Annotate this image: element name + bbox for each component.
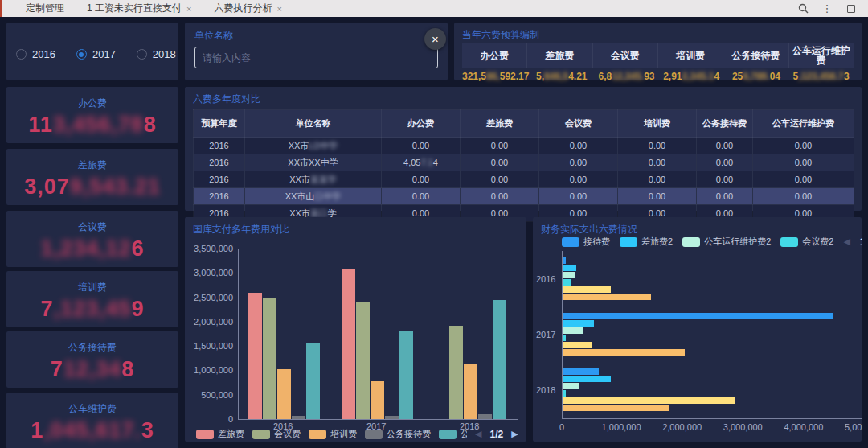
legend-swatch: [365, 430, 383, 439]
legend-item-2[interactable]: 公车运行维护费2: [682, 236, 771, 248]
metric-card-value: 7,123,459: [6, 297, 178, 322]
cell-year: 2016: [194, 138, 245, 154]
x-axis-tick: 3,000,000: [723, 422, 763, 432]
legend-label: 差旅费: [218, 428, 244, 440]
metric-card-label: 办公费: [6, 97, 178, 110]
y-axis-tick: 1,500,000: [186, 341, 233, 351]
cell-value: 0.00: [382, 171, 461, 188]
actual-expense-chart-panel: 财务实际支出六费情况 接待费差旅费2公车运行维护费2会议费2◀1/2▶01,00…: [533, 217, 862, 442]
bar-2018-s2: [464, 364, 477, 419]
table-column-header: 差旅费: [461, 110, 539, 138]
kebab-menu-icon[interactable]: ⋮: [821, 3, 833, 14]
metric-card-5: 公车维护费1,045,617.3: [6, 393, 178, 448]
unit-name-panel: 单位名称: [185, 23, 448, 80]
budget-column-header: 公车运行维护费: [789, 43, 854, 68]
legend-item-3[interactable]: 公务接待费: [365, 428, 431, 440]
cell-value: 0.00: [753, 138, 854, 154]
legend-swatch: [196, 430, 214, 439]
tab-close-icon[interactable]: ×: [186, 4, 191, 14]
window-restore-icon[interactable]: [845, 3, 857, 14]
budget-column-header: 公务接待费: [723, 43, 788, 68]
x-axis-tick: 0: [559, 422, 564, 432]
year-radio-group: 201620172018: [16, 48, 176, 60]
cell-value: 0.00: [697, 171, 753, 188]
legend-item-0[interactable]: 接待费: [562, 236, 610, 248]
cell-value: 0.00: [618, 138, 697, 154]
search-icon[interactable]: [797, 3, 809, 14]
bar-2016-s3: [563, 279, 571, 286]
cell-value: 0.00: [461, 171, 539, 188]
budget-values: 321,586,592.175,846,54.216,812,345.932,9…: [462, 71, 854, 82]
budget-columns: 办公费差旅费会议费培训费公务接待费公车运行维护费: [462, 43, 854, 68]
metric-card-label: 公务接待费: [6, 341, 178, 355]
bar-2017-s3: [385, 416, 399, 419]
cell-value: 0.00: [382, 188, 461, 205]
table-row[interactable]: 2016XX市山口中学0.000.000.000.000.000.00: [194, 188, 854, 205]
y-axis-tick: 0: [186, 414, 233, 424]
table-column-header: 培训费: [618, 110, 697, 138]
cell-value: 0.00: [753, 188, 854, 205]
bar-2017-s0: [563, 313, 833, 319]
legend-item-1[interactable]: 会议费: [252, 428, 301, 440]
tab-1[interactable]: 1 工资未实行直接支付×: [76, 0, 203, 17]
cell-value: 0.00: [461, 138, 539, 154]
budget-value: 6,812,345.93: [594, 71, 659, 82]
bar-2017-s0: [342, 269, 355, 419]
legend-swatch: [780, 237, 798, 247]
radio-dot: [137, 49, 147, 60]
compare-table-panel: 六费多年度对比 预算年度单位名称办公费差旅费会议费培训费公务接待费公车运行维护费…: [185, 87, 862, 211]
legend-item-1[interactable]: 差旅费2: [620, 236, 673, 248]
year-radio-2018[interactable]: 2018: [137, 48, 176, 60]
bar-2017-s4: [399, 331, 413, 419]
table-row[interactable]: 2016XX市LD中学0.000.000.000.000.000.00: [194, 138, 854, 154]
bar-2017-s5: [563, 349, 685, 356]
metric-card-value: 3,079,543.21: [6, 175, 178, 199]
cell-value: 0.00: [753, 171, 854, 188]
legend-item-2[interactable]: 培训费: [309, 428, 357, 440]
legend-prev-icon[interactable]: ◀: [475, 429, 481, 439]
table-row[interactable]: 2016XX市XX中学4,057.140.000.000.000.000.00: [194, 154, 854, 171]
legend-item-4[interactable]: 公: [439, 428, 467, 440]
cell-value: 0.00: [618, 188, 697, 205]
close-filter-button[interactable]: ×: [424, 28, 446, 50]
x-axis-tick: 2,000,000: [662, 422, 702, 432]
bar-2018-s5: [563, 405, 669, 411]
year-radio-2017[interactable]: 2017: [76, 48, 116, 60]
budget-value: 256,789.04: [724, 71, 789, 82]
legend-label: 会议费2: [802, 236, 833, 248]
tab-bar: 定制管理1 工资未实行直接支付×六费执行分析× ⋮: [0, 0, 868, 17]
cell-unit-name: XX市山口中学: [245, 188, 382, 205]
cell-year: 2016: [194, 171, 245, 188]
metric-card-value: 1,045,617.3: [6, 418, 178, 443]
year-radio-2016[interactable]: 2016: [16, 48, 55, 60]
legend-item-0[interactable]: 差旅费: [196, 428, 244, 440]
tab-label: 六费执行分析: [214, 2, 272, 15]
y-axis-category: 2017: [536, 330, 555, 339]
legend-prev-icon[interactable]: ◀: [843, 236, 850, 247]
y-axis-tick: 3,500,000: [186, 244, 233, 253]
budget-value: 5,123,456.73: [788, 71, 854, 82]
table-column-header: 公务接待费: [697, 110, 753, 138]
legend-swatch: [620, 237, 637, 247]
metric-card-0: 办公费113,456,788: [6, 87, 178, 143]
cell-value: 0.00: [618, 171, 697, 188]
bar-2018-s3: [563, 390, 566, 397]
table-row[interactable]: 2016XX市某某学0.000.000.000.000.000.00: [194, 171, 854, 188]
tab-2[interactable]: 六费执行分析×: [203, 0, 293, 17]
unit-name-input[interactable]: [194, 47, 438, 68]
x-axis-tick: 1,000,000: [602, 422, 641, 432]
legend-next-icon[interactable]: ▶: [511, 429, 518, 439]
legend-label: 公: [461, 428, 467, 440]
cell-value: 0.00: [539, 154, 618, 171]
cell-value: 0.00: [461, 154, 539, 171]
tab-close-icon[interactable]: ×: [276, 4, 281, 14]
cell-value: 0.00: [382, 138, 461, 154]
compare-table-title: 六费多年度对比: [193, 92, 260, 106]
tab-0[interactable]: 定制管理: [14, 0, 76, 17]
bar-2016-s2: [563, 272, 575, 278]
tabs: 定制管理1 工资未实行直接支付×六费执行分析×: [14, 0, 293, 17]
cell-unit-name: XX市XX中学: [245, 154, 382, 171]
legend-item-3[interactable]: 会议费2: [780, 236, 833, 248]
y-axis-tick: 500,000: [186, 390, 233, 400]
bar-2016-s5: [563, 294, 651, 300]
